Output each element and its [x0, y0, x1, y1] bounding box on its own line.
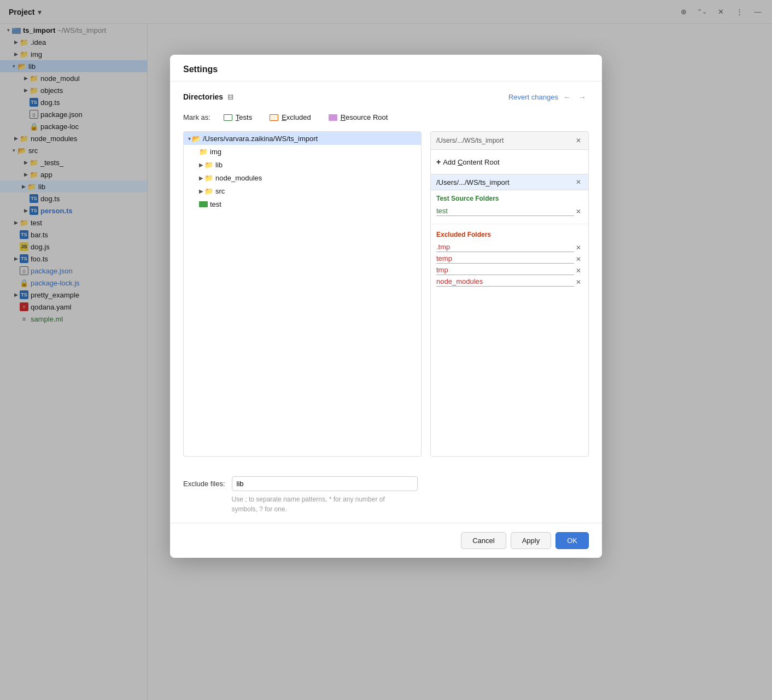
temp-remove-button[interactable]: ✕: [574, 255, 583, 264]
dialog-header: Settings: [170, 55, 602, 81]
test-folder-name: test: [436, 207, 574, 216]
main-content: ▾ 📂 /Users/varvara.zaikina/WS/ts_import …: [183, 131, 589, 457]
content-root-path: /Users/.../WS/ts_import ✕: [431, 174, 588, 190]
exclude-row: Exclude files: Use ; to separate name pa…: [183, 476, 589, 514]
test-dir-folder-icon: [199, 200, 208, 209]
section-nav: Revert changes ← →: [508, 90, 589, 103]
dir-tree-panel: ▾ 📂 /Users/varvara.zaikina/WS/ts_import …: [183, 131, 422, 457]
cancel-button[interactable]: Cancel: [461, 532, 506, 549]
root-dir-folder-icon: 📂: [192, 135, 201, 143]
directories-section-header: Directories ⊟ Revert changes ← →: [183, 90, 589, 103]
revert-changes-link[interactable]: Revert changes: [508, 93, 558, 101]
excluded-folders-title: Excluded Folders: [436, 231, 583, 238]
src-collapse-icon: ▶: [199, 188, 203, 194]
right-panel-path: /Users/.../WS/ts_import: [436, 137, 504, 144]
test-folder-remove-button[interactable]: ✕: [574, 207, 583, 216]
lib-collapse-icon: ▶: [199, 162, 203, 168]
tmp2-folder-entry: tmp ✕: [436, 265, 583, 276]
tmp-folder-name: .tmp: [436, 243, 574, 252]
mark-as-label: Mark as:: [183, 113, 210, 121]
temp-folder-entry: temp ✕: [436, 253, 583, 265]
lib-dir-folder-icon: 📁: [204, 161, 213, 169]
right-panel: /Users/.../WS/ts_import ✕ + Add Content …: [430, 131, 589, 457]
tests-btn-label: Tests: [236, 113, 252, 121]
right-panel-close-button[interactable]: ✕: [574, 136, 583, 145]
tmp-folder-entry: .tmp ✕: [436, 242, 583, 253]
excluded-folders-section: Excluded Folders .tmp ✕ temp ✕ tmp: [431, 226, 588, 292]
tmp-remove-button[interactable]: ✕: [574, 243, 583, 252]
resource-root-folder-icon: [329, 114, 337, 121]
nm-dir-folder-icon: 📁: [204, 174, 213, 182]
settings-dialog: Settings Directories ⊟ Revert changes ← …: [170, 55, 602, 558]
temp-folder-name: temp: [436, 254, 574, 264]
test-dir-label: test: [210, 200, 221, 208]
node-modules-remove-button[interactable]: ✕: [574, 278, 583, 287]
test-folder-entry: test ✕: [436, 206, 583, 217]
exclude-files-input[interactable]: [232, 476, 418, 491]
dir-tree-test[interactable]: test: [184, 197, 421, 211]
directories-label: Directories: [183, 92, 223, 101]
exclude-files-label: Exclude files:: [183, 476, 225, 488]
test-source-folders-title: Test Source Folders: [436, 195, 583, 202]
content-root-label: /Users/.../WS/ts_import: [436, 178, 510, 186]
add-content-root-section: + Add Content Root: [431, 150, 588, 174]
dir-tree-img[interactable]: 📁 img: [184, 145, 421, 158]
tmp2-remove-button[interactable]: ✕: [574, 266, 583, 275]
mark-as-excluded-button[interactable]: Excluded: [265, 112, 315, 122]
excluded-btn-label: Excluded: [282, 113, 311, 121]
directories-title: Directories ⊟: [183, 92, 233, 101]
exclude-input-area: Use ; to separate name patterns, * for a…: [232, 476, 589, 514]
ok-button[interactable]: OK: [555, 532, 589, 549]
dir-tree-node-modules[interactable]: ▶ 📁 node_modules: [184, 171, 421, 184]
dialog-footer: Cancel Apply OK: [170, 523, 602, 558]
src-dir-label: src: [215, 187, 225, 195]
collapse-icon[interactable]: ⊟: [227, 93, 233, 101]
add-icon: +: [436, 158, 441, 166]
dialog-title: Settings: [183, 65, 218, 74]
svg-rect-2: [199, 201, 208, 207]
nm-collapse-icon: ▶: [199, 175, 203, 181]
right-panel-header: /Users/.../WS/ts_import ✕: [431, 132, 588, 150]
nav-back-arrow[interactable]: ←: [560, 90, 574, 103]
divider2: [431, 224, 588, 224]
dir-tree-src[interactable]: ▶ 📁 src: [184, 184, 421, 197]
resource-root-btn-label: Resource Root: [341, 113, 388, 121]
root-collapse-icon: ▾: [188, 136, 191, 142]
excluded-folder-icon-mark: [270, 114, 278, 121]
add-content-root-button[interactable]: + Add Content Root: [436, 155, 583, 168]
nav-forward-arrow[interactable]: →: [576, 90, 589, 103]
nm-dir-label: node_modules: [215, 174, 262, 182]
lib-dir-label: lib: [215, 161, 223, 169]
exclude-files-section: Exclude files: Use ; to separate name pa…: [183, 468, 589, 514]
mark-as-row: Mark as: Tests Excluded Resource R: [183, 112, 589, 122]
tests-folder-icon-mark: [224, 114, 232, 121]
apply-button[interactable]: Apply: [511, 532, 552, 549]
dialog-content: Directories ⊟ Revert changes ← → Mark as…: [170, 81, 602, 523]
ide-window: Project ▾ ⊕ ⌃⌄ ✕ ⋮ — ▾ ts_import ~/WS/ts…: [0, 0, 772, 700]
add-content-root-label: Add Content Root: [443, 158, 499, 166]
modal-overlay: Settings Directories ⊟ Revert changes ← …: [0, 0, 772, 700]
node-modules-folder-name: node_modules: [436, 277, 574, 287]
content-root-close-button[interactable]: ✕: [574, 178, 583, 186]
mark-as-resource-root-button[interactable]: Resource Root: [324, 112, 393, 122]
mark-as-tests-button[interactable]: Tests: [219, 112, 256, 122]
dir-tree-lib[interactable]: ▶ 📁 lib: [184, 158, 421, 171]
exclude-hint: Use ; to separate name patterns, * for a…: [232, 494, 396, 514]
node-modules-folder-entry: node_modules ✕: [436, 276, 583, 288]
root-dir-label: /Users/varvara.zaikina/WS/ts_import: [203, 135, 318, 143]
dir-tree-root[interactable]: ▾ 📂 /Users/varvara.zaikina/WS/ts_import: [184, 132, 421, 145]
img-dir-label: img: [210, 148, 221, 156]
test-source-folders-section: Test Source Folders test ✕: [431, 190, 588, 221]
tmp2-folder-name: tmp: [436, 266, 574, 275]
img-dir-folder-icon: 📁: [199, 148, 208, 156]
src-dir-folder-icon: 📁: [204, 187, 213, 195]
